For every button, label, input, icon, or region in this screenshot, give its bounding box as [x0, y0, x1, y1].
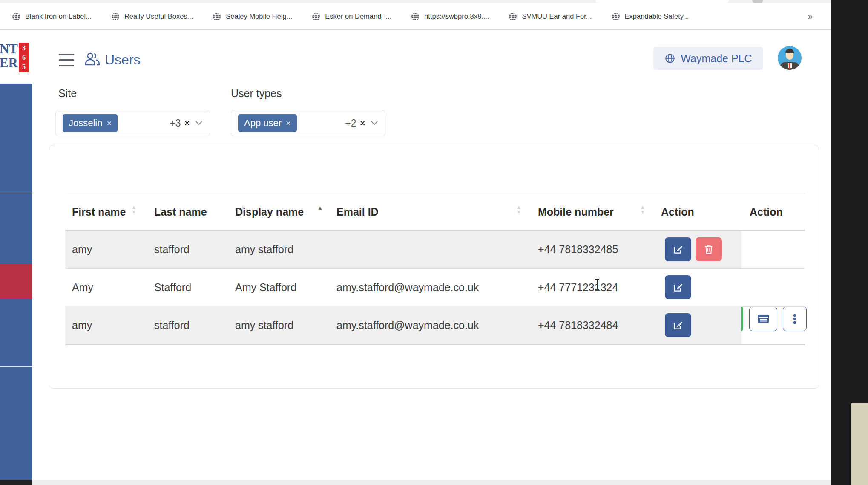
trash-icon: [704, 244, 714, 255]
bookmark-item[interactable]: https://swbpro.8x8....: [411, 12, 489, 21]
screen: Blank Iron on Label... Really Useful Box…: [0, 0, 868, 485]
beige-panel-fragment: [851, 403, 868, 485]
more-options-button[interactable]: [783, 306, 807, 331]
globe-favicon-icon: [509, 12, 517, 21]
bookmark-item[interactable]: Really Useful Boxes...: [111, 12, 193, 21]
globe-favicon-icon: [12, 12, 20, 21]
bookmark-item[interactable]: Expandable Safety...: [612, 12, 689, 21]
omnibox-fragment: [595, 0, 729, 3]
cell-mobile: +44 7771231324: [538, 281, 618, 294]
bookmarks-overflow-chevron[interactable]: »: [808, 12, 814, 21]
bookmark-item[interactable]: Esker on Demand -...: [312, 12, 391, 21]
chip-remove-icon[interactable]: ×: [106, 118, 112, 128]
users-icon: [83, 50, 101, 67]
col-header-mobile[interactable]: Mobile number: [538, 206, 614, 218]
user-types-filter-select[interactable]: App user × +2 ×: [231, 110, 385, 136]
table-bottom-border: [65, 344, 805, 345]
site-clear-icon[interactable]: ×: [184, 118, 190, 129]
user-types-more-count: +2: [345, 118, 356, 129]
edit-icon: [673, 320, 684, 331]
edit-user-button[interactable]: [665, 237, 691, 261]
sort-icons[interactable]: ▲▼: [516, 205, 521, 214]
user-types-filter-label: User types: [231, 87, 282, 100]
globe-favicon-icon: [213, 12, 221, 21]
cell-email: amy.stafford@waymade.co.uk: [336, 319, 479, 332]
delete-user-button[interactable]: [696, 237, 722, 261]
bookmark-label: Expandable Safety...: [625, 12, 689, 20]
globe-favicon-icon: [312, 12, 320, 21]
globe-favicon-icon: [411, 12, 420, 21]
cell-display-name: amy stafford: [235, 319, 293, 332]
user-types-clear-icon[interactable]: ×: [360, 118, 365, 129]
bookmark-label: Esker on Demand -...: [325, 12, 391, 20]
globe-favicon-icon: [612, 12, 620, 21]
logo-digit: 5: [19, 62, 29, 72]
cell-last-name: stafford: [154, 243, 190, 256]
edit-user-button[interactable]: [665, 313, 691, 337]
bookmark-label: SVMUU Ear and For...: [522, 12, 592, 20]
user-avatar[interactable]: [778, 46, 802, 70]
sidebar[interactable]: [0, 84, 32, 480]
app-logo: NT ER: [0, 42, 18, 70]
bookmarks-bar: Blank Iron on Label... Really Useful Box…: [0, 3, 831, 30]
chip-label: Josselin: [69, 118, 102, 129]
cell-last-name: stafford: [154, 319, 190, 332]
site-filter-label: Site: [58, 87, 77, 100]
bookmark-item[interactable]: Sealey Mobile Heig...: [213, 12, 292, 21]
menu-hamburger-icon[interactable]: [59, 54, 78, 66]
bottom-strip-dark: [0, 480, 32, 485]
cell-mobile: +44 7818332485: [538, 243, 618, 256]
edit-user-button[interactable]: [665, 275, 691, 299]
bookmark-label: Blank Iron on Label...: [25, 12, 92, 20]
site-chip-josselin[interactable]: Josselin ×: [63, 114, 118, 132]
col-header-action[interactable]: Action: [661, 206, 694, 218]
kebab-icon: [793, 313, 796, 325]
chip-label: App user: [244, 118, 282, 129]
col-header-email[interactable]: Email ID: [336, 206, 379, 218]
col-header-last-name[interactable]: Last name: [154, 206, 207, 218]
logo-line-1: NT: [0, 42, 18, 56]
chip-remove-icon[interactable]: ×: [286, 118, 291, 128]
company-selector[interactable]: Waymade PLC: [653, 47, 763, 70]
users-table-card: Show 10 entries + Add User First name: [49, 145, 819, 389]
cell-email: amy.stafford@waymade.co.uk: [336, 281, 479, 294]
site-filter-select[interactable]: Josselin × +3 ×: [55, 110, 210, 136]
bookmark-label: https://swbpro.8x8....: [424, 12, 489, 20]
avatar-hair: [785, 49, 794, 53]
cell-first-name: amy: [72, 243, 92, 256]
edit-icon: [673, 282, 684, 293]
page-title: Users: [105, 52, 141, 68]
row-divider: [65, 268, 805, 269]
company-name: Waymade PLC: [681, 52, 752, 65]
col-header-display-name[interactable]: Display name: [235, 206, 304, 218]
cell-mobile: +44 7818332484: [538, 319, 618, 332]
logo-digit: 3: [19, 43, 29, 53]
bookmark-label: Sealey Mobile Heig...: [226, 12, 292, 20]
globe-favicon-icon: [111, 12, 120, 21]
bookmark-item[interactable]: SVMUU Ear and For...: [509, 12, 592, 21]
cell-display-name: amy stafford: [235, 243, 293, 256]
avatar-tie: [789, 63, 790, 69]
sidebar-divider: [0, 366, 32, 367]
cell-display-name: Amy Stafford: [235, 281, 296, 294]
site-more-count: +3: [170, 118, 181, 129]
sort-icons[interactable]: ▲▼: [640, 205, 645, 214]
bottom-strip-light: [32, 480, 831, 485]
bookmark-item[interactable]: Blank Iron on Label...: [12, 12, 92, 21]
chevron-down-icon[interactable]: [371, 121, 378, 126]
table-icon: [757, 313, 770, 324]
sidebar-active-item[interactable]: [0, 264, 32, 299]
col-header-first-name[interactable]: First name: [72, 206, 126, 218]
sidebar-divider: [0, 193, 32, 193]
user-type-chip-app-user[interactable]: App user ×: [238, 114, 297, 132]
chevron-down-icon[interactable]: [195, 121, 203, 126]
logo-digit: 6: [19, 53, 29, 62]
sort-icons[interactable]: ▲▼: [131, 205, 136, 214]
browser-top-strip: [0, 0, 831, 3]
sort-asc-icon[interactable]: ▲: [317, 204, 323, 211]
column-visibility-button[interactable]: [749, 306, 777, 331]
cell-first-name: Amy: [72, 281, 93, 294]
col-header-action-2[interactable]: Action: [750, 206, 783, 218]
table-top-border: [65, 193, 805, 193]
cell-first-name: amy: [72, 319, 92, 332]
